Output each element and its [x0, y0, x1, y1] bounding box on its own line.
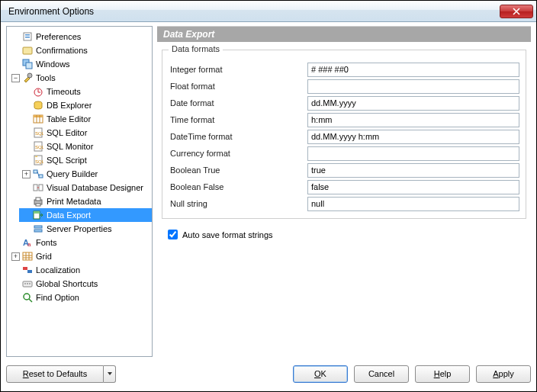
windows-icon — [21, 58, 34, 70]
svg-rect-40 — [27, 270, 32, 273]
svg-rect-31 — [34, 230, 42, 232]
reset-defaults-button[interactable]: RReset to Defaultseset to Defaults — [6, 365, 104, 383]
label-boolean-true: Boolean True — [170, 165, 307, 175]
cancel-button[interactable]: Cancel — [354, 365, 409, 383]
input-integer-format[interactable] — [307, 63, 519, 77]
svg-rect-20 — [39, 175, 43, 178]
reset-defaults-dropdown[interactable] — [104, 365, 116, 383]
tree-item-sql-script[interactable]: SQL SQL Script — [19, 153, 152, 167]
tools-icon — [21, 72, 34, 84]
expand-icon[interactable]: + — [11, 252, 20, 261]
print-metadata-icon — [32, 195, 44, 207]
data-export-icon — [32, 209, 44, 221]
svg-rect-39 — [23, 267, 27, 270]
svg-rect-5 — [26, 63, 32, 69]
tree-item-confirmations[interactable]: Confirmations — [8, 43, 152, 57]
svg-rect-26 — [36, 198, 40, 201]
tree-item-find-option[interactable]: Find Option — [8, 291, 152, 304]
close-icon — [513, 8, 520, 15]
fonts-icon: Aa — [21, 236, 34, 249]
tree-item-sql-monitor[interactable]: SQL SQL Monitor — [19, 140, 152, 153]
label-time-format: Time format — [170, 115, 307, 124]
label-float-format: Float format — [170, 82, 307, 91]
query-builder-icon — [32, 168, 44, 180]
field-float-format: Float format — [170, 78, 519, 95]
autosave-checkbox[interactable] — [168, 230, 178, 239]
input-boolean-true[interactable] — [307, 163, 519, 178]
svg-rect-30 — [34, 226, 42, 228]
apply-button[interactable]: Apply — [476, 365, 531, 383]
table-editor-icon — [32, 113, 44, 125]
input-datetime-format[interactable] — [307, 130, 519, 144]
sql-script-icon: SQL — [32, 154, 44, 166]
svg-rect-23 — [39, 185, 43, 191]
server-properties-icon — [32, 223, 44, 235]
field-integer-format: Integer format — [170, 61, 519, 78]
autosave-row[interactable]: Auto save format strings — [168, 230, 531, 239]
ok-button[interactable]: OK — [293, 365, 348, 383]
nav-tree[interactable]: Preferences Confirmations Windows − Tool… — [6, 26, 153, 357]
data-formats-group: Data formats Integer format Float format… — [162, 50, 526, 219]
localization-icon — [21, 264, 34, 276]
svg-rect-34 — [23, 252, 32, 260]
tree-item-table-editor[interactable]: Table Editor — [19, 112, 152, 126]
label-currency-format: Currency format — [170, 149, 307, 158]
sql-editor-icon: SQL — [32, 127, 44, 139]
tree-item-db-explorer[interactable]: DB Explorer — [19, 98, 152, 112]
field-null-string: Null string — [170, 195, 519, 212]
svg-rect-43 — [27, 283, 28, 284]
collapse-icon[interactable]: − — [11, 74, 20, 82]
global-shortcuts-icon — [21, 278, 34, 290]
sql-monitor-icon: SQL — [32, 140, 44, 153]
svg-rect-3 — [23, 47, 32, 54]
svg-rect-29 — [34, 211, 40, 214]
tree-item-timeouts[interactable]: Timeouts — [19, 85, 152, 98]
tree-item-query-builder[interactable]: + Query Builder — [19, 167, 152, 181]
preferences-icon — [21, 31, 34, 43]
tree-item-tools[interactable]: − Tools — [8, 71, 152, 85]
label-date-format: Date format — [170, 98, 307, 108]
input-null-string[interactable] — [307, 197, 519, 211]
svg-rect-42 — [24, 283, 26, 284]
panel-header: Data Export — [157, 26, 531, 42]
find-option-icon — [21, 291, 34, 304]
timeouts-icon — [32, 85, 44, 98]
tree-item-grid[interactable]: + Grid — [8, 249, 152, 263]
label-null-string: Null string — [170, 199, 307, 208]
tree-item-windows[interactable]: Windows — [8, 57, 152, 71]
input-boolean-false[interactable] — [307, 180, 519, 194]
svg-rect-19 — [34, 170, 37, 173]
tree-item-fonts[interactable]: Aa Fonts — [8, 236, 152, 249]
label-datetime-format: DateTime format — [170, 132, 307, 141]
help-button[interactable]: Help — [415, 365, 470, 383]
tree-item-preferences[interactable]: Preferences — [8, 30, 152, 43]
field-time-format: Time format — [170, 111, 519, 128]
field-boolean-false: Boolean False — [170, 178, 519, 195]
autosave-label: Auto save format strings — [182, 230, 273, 239]
db-explorer-icon — [32, 99, 44, 111]
input-currency-format[interactable] — [307, 146, 519, 161]
button-bar: RReset to Defaultseset to Defaults OK Ca… — [6, 361, 531, 386]
tree-item-global-shortcuts[interactable]: Global Shortcuts — [8, 277, 152, 291]
input-float-format[interactable] — [307, 79, 519, 94]
close-button[interactable] — [500, 5, 533, 18]
tree-item-print-metadata[interactable]: Print Metadata — [19, 194, 152, 208]
tree-item-sql-editor[interactable]: SQL SQL Editor — [19, 126, 152, 140]
input-time-format[interactable] — [307, 113, 519, 127]
label-integer-format: Integer format — [170, 65, 307, 74]
svg-point-6 — [27, 73, 32, 78]
tree-item-server-properties[interactable]: Server Properties — [19, 222, 152, 236]
field-date-format: Date format — [170, 95, 519, 111]
svg-rect-27 — [36, 204, 40, 206]
tree-item-localization[interactable]: Localization — [8, 263, 152, 277]
reset-defaults-splitbutton[interactable]: RReset to Defaultseset to Defaults — [6, 365, 116, 383]
expand-icon[interactable]: + — [22, 170, 31, 178]
grid-icon — [21, 250, 34, 262]
tree-item-data-export[interactable]: Data Export — [19, 208, 152, 222]
input-date-format[interactable] — [307, 96, 519, 111]
titlebar: Environment Options — [1, 1, 536, 22]
svg-rect-44 — [29, 283, 31, 284]
tree-item-visual-db-designer[interactable]: Visual Database Designer — [19, 181, 152, 194]
svg-point-45 — [24, 294, 30, 300]
svg-text:SQL: SQL — [35, 159, 43, 164]
